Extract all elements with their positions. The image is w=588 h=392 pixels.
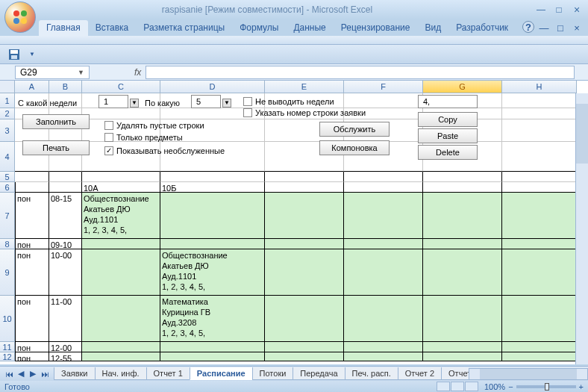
fx-label[interactable]: fx: [134, 67, 141, 78]
cell-D7[interactable]: [160, 193, 265, 239]
sheet-tab-4[interactable]: Потоки: [252, 367, 294, 380]
cell-H6[interactable]: [502, 182, 577, 193]
ribbon-tab-home[interactable]: Главная: [39, 20, 88, 36]
zoom-in-button[interactable]: +: [579, 382, 584, 391]
cell-F9[interactable]: [344, 249, 423, 296]
tab-nav-next[interactable]: ▶: [27, 368, 39, 380]
row-header-12[interactable]: 12: [0, 352, 15, 361]
office-button[interactable]: [4, 1, 36, 33]
ribbon-tab-data[interactable]: Данные: [286, 20, 333, 36]
cell-F5[interactable]: [344, 172, 423, 182]
cell-A8[interactable]: пон: [15, 239, 49, 249]
view-page-layout[interactable]: [451, 382, 464, 391]
cell-C11[interactable]: [82, 342, 160, 352]
row-header-3[interactable]: 3: [0, 119, 15, 142]
cell-B7[interactable]: 08-15: [49, 193, 82, 239]
col-header-F[interactable]: F: [344, 81, 423, 93]
cell-E9[interactable]: [265, 249, 344, 296]
cell-C8[interactable]: [82, 239, 160, 249]
cell-G5[interactable]: [423, 172, 502, 182]
cell-F7[interactable]: [344, 193, 423, 239]
col-header-G[interactable]: G: [423, 81, 502, 93]
ribbon-close-button[interactable]: ×: [570, 21, 584, 34]
cell-E6[interactable]: [265, 182, 344, 193]
col-header-D[interactable]: D: [160, 81, 265, 93]
row-header-2[interactable]: 2: [0, 108, 15, 119]
cell-A10[interactable]: пон: [15, 296, 49, 342]
sheet-tab-1[interactable]: Нач. инф.: [95, 367, 147, 380]
cell-C6[interactable]: 10А: [82, 182, 160, 193]
cell-E5[interactable]: [265, 172, 344, 182]
ribbon-tab-layout[interactable]: Разметка страницы: [136, 20, 232, 36]
cell-A5[interactable]: [15, 172, 49, 182]
maximize-button[interactable]: □: [551, 3, 567, 16]
ribbon-tab-formulas[interactable]: Формулы: [232, 20, 286, 36]
tab-nav-first[interactable]: ⏮: [3, 368, 15, 380]
cell-D5[interactable]: [160, 172, 265, 182]
row-header-6[interactable]: 6: [0, 182, 15, 193]
cell-D12[interactable]: [160, 352, 265, 361]
row-header-4[interactable]: 4: [0, 142, 15, 172]
view-normal[interactable]: [437, 382, 450, 391]
cell-E8[interactable]: [265, 239, 344, 249]
tab-nav-last[interactable]: ⏭: [39, 368, 51, 380]
from-week-input[interactable]: 1: [98, 95, 128, 108]
qat-dropdown[interactable]: ▼: [24, 47, 40, 62]
cell-C10[interactable]: [82, 296, 160, 342]
cell-A6[interactable]: [15, 182, 49, 193]
cell-H10[interactable]: [502, 296, 577, 342]
cell-G11[interactable]: [423, 342, 502, 352]
copy-button[interactable]: Copy: [418, 112, 478, 127]
col-header-E[interactable]: E: [265, 81, 344, 93]
vertical-scrollbar[interactable]: [575, 93, 588, 364]
cell-B5[interactable]: [49, 172, 82, 182]
zoom-slider[interactable]: [516, 385, 576, 388]
layout-button[interactable]: Компоновка: [319, 140, 390, 155]
cell-A11[interactable]: пон: [15, 342, 49, 352]
tab-nav-prev[interactable]: ◀: [15, 368, 27, 380]
zoom-out-button[interactable]: −: [508, 382, 513, 391]
cell-B10[interactable]: 11-00: [49, 296, 82, 342]
sheet-tab-6[interactable]: Печ. расп.: [345, 367, 398, 380]
cell-H12[interactable]: [502, 352, 577, 361]
ribbon-tab-review[interactable]: Рецензирование: [334, 20, 418, 36]
show-unserved-checkbox[interactable]: ✓: [104, 146, 113, 155]
cell-F11[interactable]: [344, 342, 423, 352]
formula-input[interactable]: [146, 66, 575, 79]
horizontal-scrollbar[interactable]: [469, 368, 588, 380]
cell-E7[interactable]: [265, 193, 344, 239]
cell-F12[interactable]: [344, 352, 423, 361]
cell-H3[interactable]: [502, 119, 577, 142]
to-week-input[interactable]: 5: [191, 95, 221, 108]
cell-D8[interactable]: [160, 239, 265, 249]
row-header-10[interactable]: 10: [0, 296, 15, 342]
cell-H4[interactable]: [502, 142, 577, 172]
minimize-button[interactable]: —: [533, 3, 549, 16]
cell-C12[interactable]: [82, 352, 160, 361]
row-header-1[interactable]: 1: [0, 93, 15, 108]
cell-H7[interactable]: [502, 193, 577, 239]
cell-H2[interactable]: [502, 108, 577, 119]
ribbon-tab-insert[interactable]: Вставка: [88, 20, 137, 36]
only-subj-checkbox[interactable]: [104, 133, 113, 142]
cell-D6[interactable]: 10Б: [160, 182, 265, 193]
row-header-7[interactable]: 7: [0, 193, 15, 239]
cell-E10[interactable]: [265, 296, 344, 342]
cell-G10[interactable]: [423, 296, 502, 342]
sheet-tab-3[interactable]: Расписание: [190, 367, 253, 380]
cell-B12[interactable]: 12-55: [49, 352, 82, 361]
row-header-11[interactable]: 11: [0, 342, 15, 352]
select-all-cell[interactable]: [0, 81, 15, 93]
sheet-tab-8[interactable]: Отчет 3: [441, 367, 469, 380]
col-header-H[interactable]: H: [502, 81, 577, 93]
name-box[interactable]: G29 ▼: [15, 66, 90, 79]
cell-H1[interactable]: [502, 93, 577, 108]
delete-button[interactable]: Delete: [418, 145, 478, 160]
cell-C7[interactable]: Обществознание Акатьев ДЮ Ауд.1101 1, 2,…: [82, 193, 160, 239]
cell-H5[interactable]: [502, 172, 577, 182]
cell-A12[interactable]: пон: [15, 352, 49, 361]
cell-H8[interactable]: [502, 239, 577, 249]
cell-D9[interactable]: Обществознание Акатьев ДЮ Ауд.1101 1, 2,…: [160, 249, 265, 296]
cell-B8[interactable]: 09-10: [49, 239, 82, 249]
cell-E12[interactable]: [265, 352, 344, 361]
